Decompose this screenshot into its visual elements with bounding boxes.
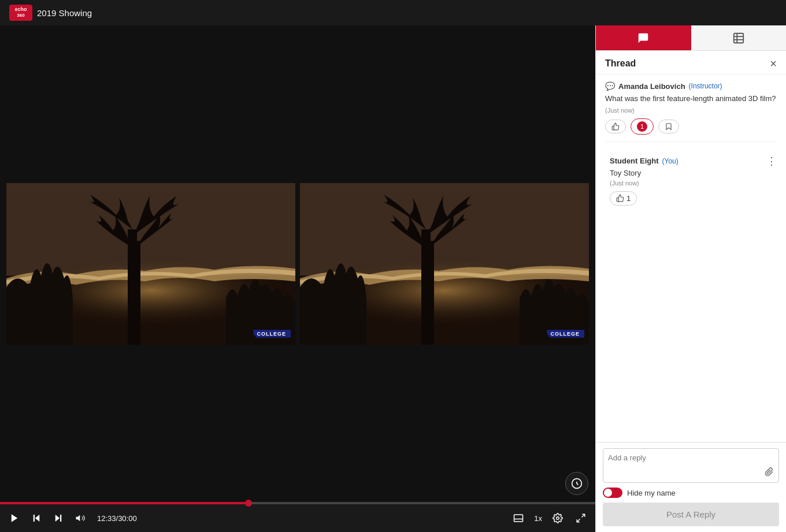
attachment-button[interactable] [765, 467, 774, 479]
svg-point-19 [557, 517, 559, 520]
header: echo360 2019 Showing [0, 0, 786, 25]
video-frame-left: COLLEGE [6, 183, 295, 345]
bookmark-button[interactable] [658, 120, 679, 133]
reply-count-badge: 1 [637, 121, 647, 132]
video-frame-right: COLLEGE [300, 183, 589, 345]
logo: echo360 2019 Showing [9, 5, 92, 21]
comment-author-name: Amanda Leibovich [618, 82, 685, 91]
video-image-right: COLLEGE [300, 183, 589, 345]
video-controls: 12:33/30:00 1x [0, 502, 595, 532]
video-overlay-button[interactable] [565, 472, 588, 495]
reply-like-count: 1 [626, 194, 631, 203]
svg-rect-9 [427, 241, 434, 345]
controls-row: 12:33/30:00 1x [0, 504, 595, 532]
thread-title: Thread [605, 58, 636, 69]
college-badge-right: COLLEGE [547, 330, 584, 338]
svg-marker-12 [35, 515, 40, 522]
svg-marker-14 [55, 515, 60, 522]
video-frames: COLLEGE [0, 25, 595, 502]
controls-right: 1x [511, 511, 588, 526]
sidebar-tabs [596, 25, 786, 51]
tab-notes[interactable] [691, 25, 787, 50]
svg-rect-15 [60, 515, 61, 522]
svg-line-21 [577, 519, 580, 522]
fullscreen-button[interactable] [573, 511, 588, 526]
tree-svg-right [300, 183, 589, 345]
college-badge-left: COLLEGE [253, 330, 291, 338]
svg-line-20 [582, 514, 585, 517]
svg-marker-16 [76, 515, 80, 522]
comment-bubble-icon: 💬 [605, 81, 615, 91]
svg-marker-11 [12, 514, 18, 522]
like-button-comment[interactable] [605, 120, 626, 133]
sidebar: Thread × 💬 Amanda Leibovich (Instructor)… [595, 25, 786, 532]
svg-rect-13 [34, 515, 35, 522]
settings-button[interactable] [550, 511, 565, 526]
tree-svg-left [6, 183, 295, 345]
reply-block-1: Student Eight (You) ⋮ Toy Story (Just no… [610, 151, 777, 210]
volume-button[interactable] [73, 511, 88, 526]
comment-time: (Just now) [605, 107, 777, 114]
comment-actions: 1 [605, 118, 777, 135]
progress-fill [0, 502, 249, 504]
hide-name-row: Hide my name [603, 488, 779, 498]
reply-author-left: Student Eight (You) [610, 157, 679, 165]
reply-author-badge: (You) [662, 157, 679, 165]
thread-content: 💬 Amanda Leibovich (Instructor) What was… [596, 75, 786, 442]
skip-forward-button[interactable] [51, 511, 66, 526]
svg-rect-17 [514, 515, 523, 522]
reply-count-button[interactable]: 1 [631, 118, 654, 135]
reply-text: Toy Story [610, 169, 777, 177]
comment-author-row: 💬 Amanda Leibovich (Instructor) [605, 81, 777, 91]
comment-block-1: 💬 Amanda Leibovich (Instructor) What was… [605, 81, 777, 142]
tab-chat[interactable] [596, 25, 691, 50]
screen-mode-button[interactable] [511, 511, 526, 526]
reply-more-button[interactable]: ⋮ [766, 156, 777, 166]
hide-name-label: Hide my name [627, 489, 676, 497]
reply-author-name: Student Eight [610, 157, 659, 165]
comment-author-badge: (Instructor) [689, 82, 722, 90]
post-reply-button[interactable]: Post A Reply [603, 503, 779, 526]
reply-area: Hide my name Post A Reply [596, 442, 786, 532]
progress-dot [245, 500, 252, 507]
video-container: COLLEGE [0, 25, 595, 502]
speed-button[interactable]: 1x [534, 514, 542, 523]
video-area: COLLEGE [0, 25, 595, 532]
reply-author-row: Student Eight (You) ⋮ [610, 156, 777, 166]
reply-like-button[interactable]: 1 [610, 191, 637, 206]
time-display: 12:33/30:00 [97, 514, 137, 523]
logo-box: echo360 [9, 5, 32, 21]
close-thread-button[interactable]: × [770, 58, 777, 69]
main-layout: COLLEGE [0, 25, 786, 532]
reply-input-wrapper [603, 448, 779, 483]
page-title: 2019 Showing [37, 8, 92, 18]
reply-textarea[interactable] [608, 453, 765, 479]
video-image-left: COLLEGE [6, 183, 295, 345]
hide-name-toggle[interactable] [603, 488, 622, 498]
skip-back-button[interactable] [29, 511, 44, 526]
svg-rect-22 [734, 33, 744, 43]
comment-text: What was the first feature-length animat… [605, 93, 777, 105]
reply-time: (Just now) [610, 180, 777, 187]
thread-header: Thread × [596, 51, 786, 75]
svg-rect-4 [134, 241, 140, 345]
play-button[interactable] [7, 511, 22, 526]
progress-bar[interactable] [0, 502, 595, 504]
